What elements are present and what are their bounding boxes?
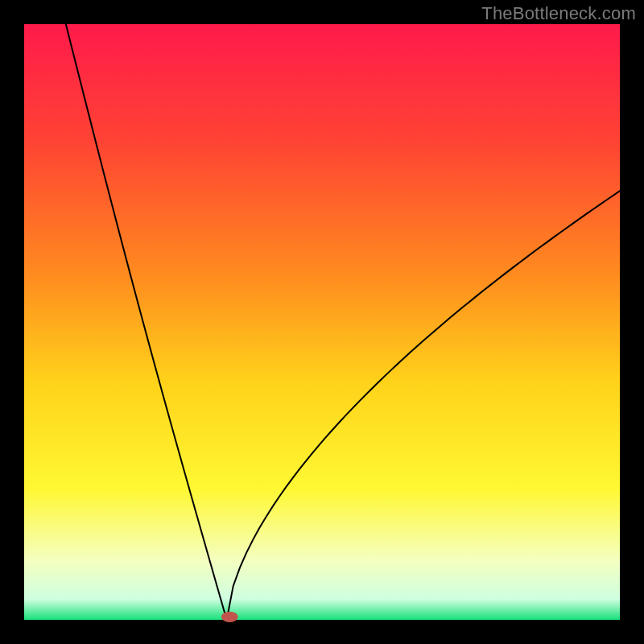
watermark: TheBottleneck.com (481, 3, 636, 24)
plot-background (24, 24, 620, 620)
chart-root: TheBottleneck.com (0, 0, 644, 644)
chart-svg (0, 0, 644, 644)
notch-marker (221, 612, 238, 622)
